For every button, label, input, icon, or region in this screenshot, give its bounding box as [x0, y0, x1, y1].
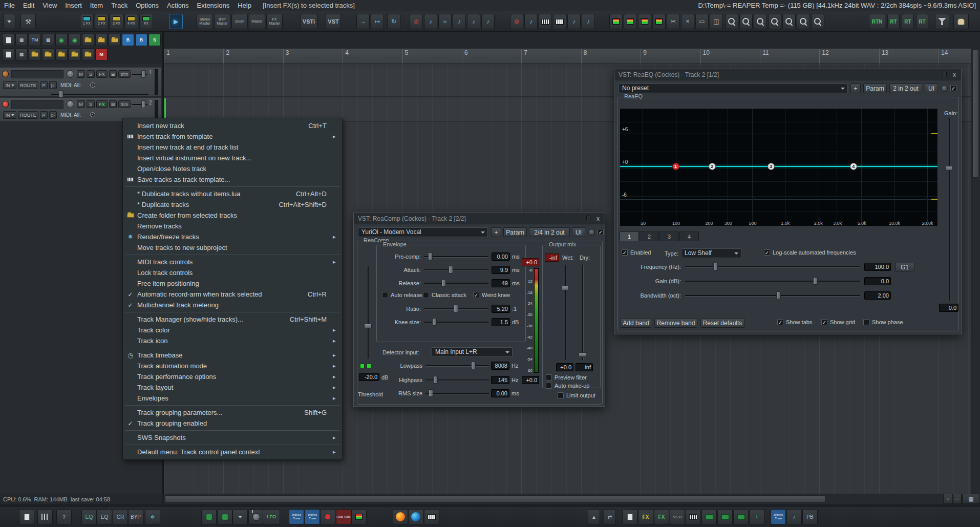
midi-wave-button[interactable]: ≈	[438, 14, 452, 29]
menu-item[interactable]: Item	[86, 0, 107, 11]
timeline-ruler[interactable]: 1234567891011121314	[164, 49, 971, 64]
monitor-button-1[interactable]	[701, 509, 717, 524]
pan-fader[interactable]	[132, 70, 147, 78]
fx-slot-button-3[interactable]: 3 FX	[110, 14, 123, 29]
auto-makeup-checkbox[interactable]	[546, 383, 552, 389]
lowpass-slider[interactable]	[425, 362, 489, 370]
highpass-slider[interactable]	[425, 376, 489, 384]
eq-graph[interactable]: 501002003005001.0k2.0k3.0k5.0k10.0k20.0k…	[620, 108, 938, 227]
menu-item[interactable]: View	[38, 0, 61, 11]
detector-input-dropdown[interactable]: Main Input L+R	[432, 347, 513, 357]
threshold-slider[interactable]	[364, 266, 372, 359]
piano-roll-button-1[interactable]	[539, 14, 552, 29]
nudge-to-edge-button[interactable]: ↦	[371, 14, 384, 29]
param-button[interactable]: Param	[863, 83, 887, 93]
phase-button[interactable]: P	[40, 111, 48, 119]
paste-dock-button[interactable]	[2, 48, 14, 60]
erase-items-button[interactable]: ◫	[710, 14, 723, 29]
release-slider[interactable]	[424, 279, 488, 287]
menu-item-track-automation-mode[interactable]: Track automation mode▸	[123, 361, 342, 371]
vsti-bottom-button[interactable]: VSTi	[670, 509, 685, 524]
vertical-scroll-thumb[interactable]	[972, 50, 979, 178]
folder-button-3[interactable]	[55, 48, 68, 60]
eq-band-point[interactable]: 3	[768, 163, 775, 170]
reaeq-window[interactable]: VST: ReaEQ (Cockos) - Track 2 [1/2] x No…	[614, 69, 962, 334]
pin-icon[interactable]	[585, 216, 590, 222]
menu-item-track-color[interactable]: Track color▸	[123, 325, 342, 335]
pan-fader[interactable]	[132, 100, 147, 109]
reacomp-window[interactable]: VST: ReaComp (Cockos) - Track 2 [2/2] x …	[353, 213, 605, 407]
menu-item[interactable]: File	[0, 0, 19, 11]
bus-button-2[interactable]: B	[135, 34, 147, 46]
midi-note-button-3[interactable]: ♪	[467, 14, 480, 29]
edge-launcher-button[interactable]	[408, 509, 423, 524]
input-button[interactable]: IN	[3, 111, 16, 119]
waves-tune-button-1[interactable]: Waves Tune	[289, 509, 304, 524]
midi-disable-button-2[interactable]: ⊘	[510, 14, 523, 29]
copy-dock-button[interactable]	[2, 34, 14, 46]
rt-button-1[interactable]: RT	[887, 14, 900, 29]
eq-band-point[interactable]: 4	[850, 163, 857, 170]
meter-mode-button-1[interactable]	[609, 14, 623, 29]
trim-button[interactable]: trim	[118, 70, 131, 78]
glue-items-button[interactable]: ▭	[695, 14, 709, 29]
reacomp-title-bar[interactable]: VST: ReaComp (Cockos) - Track 2 [2/2] x	[354, 213, 605, 224]
folder-button-5[interactable]	[82, 48, 94, 60]
bus-button-1[interactable]: B	[122, 34, 134, 46]
weird-knee-checkbox[interactable]: ✓	[473, 292, 479, 298]
midi-note-button-1[interactable]: ♪	[424, 14, 437, 29]
solo-button[interactable]: S	[87, 70, 95, 78]
lowpass-value[interactable]: 8008	[491, 362, 509, 370]
monitor-toggle-2[interactable]: ◉	[69, 34, 81, 46]
input-monitor-icon[interactable]	[90, 82, 95, 88]
menu-item-duplicate-tracks[interactable]: * Duplicate tracksCtrl+Alt+Shift+D	[123, 199, 342, 210]
knee-slider[interactable]	[424, 318, 488, 326]
auto-release-checkbox[interactable]	[382, 292, 388, 298]
menu-item-render-freeze-tracks[interactable]: ❄Render/freeze tracks▸	[123, 231, 342, 242]
zoom-button-4[interactable]	[768, 14, 781, 29]
waves-button[interactable]: Waves Tune	[771, 509, 786, 524]
param-group-button[interactable]: G1	[895, 263, 914, 271]
remove-band-button[interactable]: Remove band	[654, 318, 697, 328]
io-button[interactable]: 2/4 in 2 out	[529, 227, 570, 237]
split-items-button[interactable]: ✂	[667, 14, 680, 29]
midi-disable-button-1[interactable]: ⊘	[410, 14, 423, 29]
horizontal-scrollbar[interactable]	[164, 494, 943, 504]
save-preset-button[interactable]: +	[850, 83, 861, 93]
menu-item-dublicate-tracks-without-items[interactable]: * Dublicate tracks without items.luaCtrl…	[123, 188, 342, 199]
output-gain-slider[interactable]	[945, 118, 953, 301]
rms-size-slider[interactable]	[425, 389, 489, 397]
percent-button[interactable]	[248, 509, 264, 524]
attack-value[interactable]: 9.9	[492, 266, 510, 274]
meter-mode-button-3[interactable]	[638, 14, 651, 29]
preview-filter-checkbox[interactable]	[546, 374, 552, 381]
ui-button[interactable]: UI	[925, 83, 938, 93]
help-button[interactable]: ?	[56, 509, 72, 524]
release-value[interactable]: 49	[492, 279, 510, 287]
midi-note-button-6[interactable]: ♪	[567, 14, 581, 29]
param-button[interactable]: Param	[503, 227, 527, 237]
trim-button[interactable]: trim	[118, 100, 131, 108]
mixer-button[interactable]	[37, 509, 53, 524]
volume-knob[interactable]	[67, 100, 74, 108]
ratio-value[interactable]: 5.20	[492, 305, 510, 313]
menu-item-lock-track-controls[interactable]: Lock track controls	[123, 267, 342, 278]
folder-button-2[interactable]	[42, 48, 54, 60]
frequency-value[interactable]: 100.0	[864, 263, 891, 271]
real-tune-button[interactable]: Real Tune	[336, 509, 351, 524]
show-tabs-checkbox[interactable]: ✓	[777, 319, 783, 325]
menu-item[interactable]: Extensions	[193, 0, 234, 11]
menu-item-insert-track-from-template[interactable]: Insert track from template▸	[123, 131, 342, 142]
menu-item[interactable]: Options	[132, 0, 163, 11]
menu-item-save-tracks-as-template[interactable]: Save tracks as track template...	[123, 174, 342, 185]
keys-button[interactable]	[686, 509, 701, 524]
highpass-value[interactable]: 145	[491, 376, 509, 384]
lfo-button[interactable]: LFO	[263, 509, 280, 524]
notes-button[interactable]	[19, 509, 34, 524]
firefox-launcher-button[interactable]	[393, 509, 408, 524]
menu-item-midi-track-controls[interactable]: MIDI track controls▸	[123, 257, 342, 267]
band-tab[interactable]: 3	[659, 231, 679, 241]
attack-slider[interactable]	[424, 266, 488, 274]
fx-add-button[interactable]: ⊞	[109, 100, 117, 108]
route-button[interactable]: ROUTE	[18, 111, 38, 119]
